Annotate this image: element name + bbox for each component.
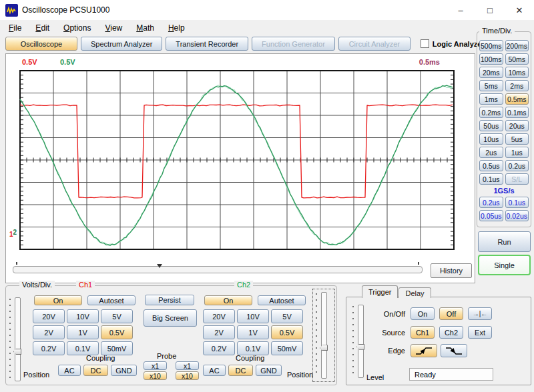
ch1-volts-20v-button[interactable]: 20V <box>33 309 65 323</box>
trigger-source-ch1-button[interactable]: Ch1 <box>411 326 435 339</box>
run-button[interactable]: Run <box>478 231 531 252</box>
ch1-autoset-button[interactable]: Autoset <box>87 295 136 305</box>
menu-item-options[interactable]: Options <box>57 22 97 34</box>
minimize-button[interactable]: – <box>446 0 475 20</box>
single-button[interactable]: Single <box>478 255 531 275</box>
timediv-20us-button[interactable]: 20us <box>505 120 529 131</box>
trigger-edge-rising-button[interactable] <box>411 344 437 357</box>
ch2-zero-marker[interactable]: 2 <box>13 229 17 236</box>
ch1-volts-1v-button[interactable]: 1V <box>67 325 99 339</box>
ch2-volts-0-5v-button[interactable]: 0.5V <box>271 325 303 339</box>
tab-spectrum-analyzer[interactable]: Spectrum Analyzer <box>81 37 162 51</box>
menu-item-view[interactable]: View <box>99 22 128 34</box>
ch2-volts-1v-button[interactable]: 1V <box>237 325 269 339</box>
ch2-volts-5v-button[interactable]: 5V <box>271 309 303 323</box>
ch1-volts-0-5v-button[interactable]: 0.5V <box>101 325 133 339</box>
ch1-on-button[interactable]: On <box>34 295 82 305</box>
timediv-2ms-button[interactable]: 2ms <box>505 80 529 91</box>
trigger-off-button[interactable]: Off <box>439 307 463 320</box>
persist-button[interactable]: Persist <box>145 295 194 305</box>
timediv-2us-button[interactable]: 2us <box>479 147 503 158</box>
trigger-center-button[interactable]: →|← <box>468 307 492 320</box>
timediv-10us-button[interactable]: 10us <box>479 133 503 145</box>
ch1-volts-0-1v-button[interactable]: 0.1V <box>67 341 99 355</box>
ch2-coupling-ac-button[interactable]: AC <box>203 365 226 376</box>
timediv-0-1ms-button[interactable]: 0.1ms <box>505 107 529 118</box>
tab-oscilloscope[interactable]: Oscilloscope <box>5 37 77 51</box>
ch1-volts-10v-button[interactable]: 10V <box>67 309 99 323</box>
timediv-fast-0-1us-button[interactable]: 0.1us <box>505 197 529 208</box>
ch2-volts-50mv-button[interactable]: 50mV <box>271 341 303 355</box>
ch1-coupling-dc-button[interactable]: DC <box>83 365 108 376</box>
sample-rate-label: 1GS/s <box>477 187 531 195</box>
menu-item-help[interactable]: Help <box>162 22 191 34</box>
timediv-5us-button[interactable]: 5us <box>505 133 529 145</box>
ch1-volts-50mv-button[interactable]: 50mV <box>101 341 133 355</box>
ch1-volts-0-2v-button[interactable]: 0.2V <box>33 341 65 355</box>
ch2-volts-0-1v-button[interactable]: 0.1V <box>237 341 269 355</box>
timediv-fast-0-2us-button[interactable]: 0.2us <box>479 197 503 208</box>
timediv-50us-button[interactable]: 50us <box>479 120 503 131</box>
trigger-on-button[interactable]: On <box>411 307 435 320</box>
probe-x1-ch2-button[interactable]: x1 <box>176 361 199 370</box>
ch1-coupling-gnd-button[interactable]: GND <box>111 365 137 376</box>
timediv-200ms-button[interactable]: 200ms <box>505 40 529 51</box>
tab-transient-recorder[interactable]: Transient Recorder <box>166 37 248 51</box>
probe-x10-ch1-button[interactable]: x10 <box>144 371 167 380</box>
time-position-slider-thumb[interactable] <box>157 264 162 268</box>
trigger-level-track[interactable] <box>358 305 364 378</box>
timediv-10ms-button[interactable]: 10ms <box>505 67 529 78</box>
timediv-0-2ms-button[interactable]: 0.2ms <box>479 107 503 118</box>
ch1-coupling-ac-button[interactable]: AC <box>58 365 81 376</box>
timediv-500ms-button[interactable]: 500ms <box>479 40 503 51</box>
trigger-source-ch2-button[interactable]: Ch2 <box>439 326 463 339</box>
timediv-0-1us-button[interactable]: 0.1us <box>479 173 503 185</box>
big-screen-button[interactable]: Big Screen <box>144 309 197 327</box>
timediv-100ms-button[interactable]: 100ms <box>479 53 503 65</box>
maximize-button[interactable]: □ <box>475 0 505 20</box>
trigger-edge-falling-button[interactable] <box>441 344 467 357</box>
ch1-zero-marker[interactable]: 1 <box>9 231 13 238</box>
trigger-group: TriggerDelay On/Off OnOff →|← Source Ch1… <box>346 285 531 385</box>
ch2-volts-10v-button[interactable]: 10V <box>237 309 269 323</box>
trigger-onoff-row: On/Off OnOff →|← <box>366 307 497 320</box>
timediv-0-5ms-button[interactable]: 0.5ms <box>505 93 529 105</box>
ch2-on-button[interactable]: On <box>204 295 252 305</box>
ch1-position-label: Position <box>23 371 49 379</box>
ch1-volts-2v-button[interactable]: 2V <box>33 325 65 339</box>
probe-x10-ch2-button[interactable]: x10 <box>176 371 199 380</box>
ch2-volts-2v-button[interactable]: 2V <box>203 325 235 339</box>
ch2-autoset-button[interactable]: Autoset <box>258 295 306 305</box>
menu-item-file[interactable]: File <box>3 22 27 34</box>
ch1-position-slider[interactable] <box>9 297 26 382</box>
ch2-coupling-gnd-button[interactable]: GND <box>256 365 282 376</box>
timediv-5ms-button[interactable]: 5ms <box>479 80 503 91</box>
ch1-position-track[interactable] <box>15 297 21 381</box>
timediv-0-5us-button[interactable]: 0.5us <box>479 160 503 171</box>
close-button[interactable]: ✕ <box>505 0 534 20</box>
ch2-coupling-dc-button[interactable]: DC <box>228 365 253 376</box>
timediv-20ms-button[interactable]: 20ms <box>479 67 503 78</box>
trigger-source-ext-button[interactable]: Ext <box>468 326 492 339</box>
menu-item-math[interactable]: Math <box>130 22 160 34</box>
ch2-volts-0-2v-button[interactable]: 0.2V <box>203 341 235 355</box>
ch2-position-track[interactable] <box>321 292 327 379</box>
menu-item-edit[interactable]: Edit <box>29 22 55 34</box>
timediv-1ms-button[interactable]: 1ms <box>479 93 503 105</box>
logic-analyzer-checkbox[interactable] <box>421 39 429 48</box>
probe-x1-ch1-button[interactable]: x1 <box>144 361 167 370</box>
trigger-onoff-label: On/Off <box>366 310 405 318</box>
tab-trigger[interactable]: Trigger <box>362 285 398 298</box>
time-position-slider[interactable] <box>13 266 423 273</box>
timediv-fast-0-05us-button[interactable]: 0.05us <box>479 210 503 221</box>
ch2-volts-20v-button[interactable]: 20V <box>203 309 235 323</box>
timediv-0-2us-button[interactable]: 0.2us <box>505 160 529 171</box>
ch1-volts-5v-button[interactable]: 5V <box>101 309 133 323</box>
trigger-level-label: Level <box>366 373 384 381</box>
ch2-position-slider[interactable] <box>315 291 332 379</box>
tab-delay[interactable]: Delay <box>398 287 431 298</box>
timediv-fast-0-02us-button[interactable]: 0.02us <box>505 210 529 221</box>
timediv-1us-button[interactable]: 1us <box>505 147 529 158</box>
timediv-50ms-button[interactable]: 50ms <box>505 53 529 65</box>
history-button[interactable]: History <box>431 263 472 278</box>
